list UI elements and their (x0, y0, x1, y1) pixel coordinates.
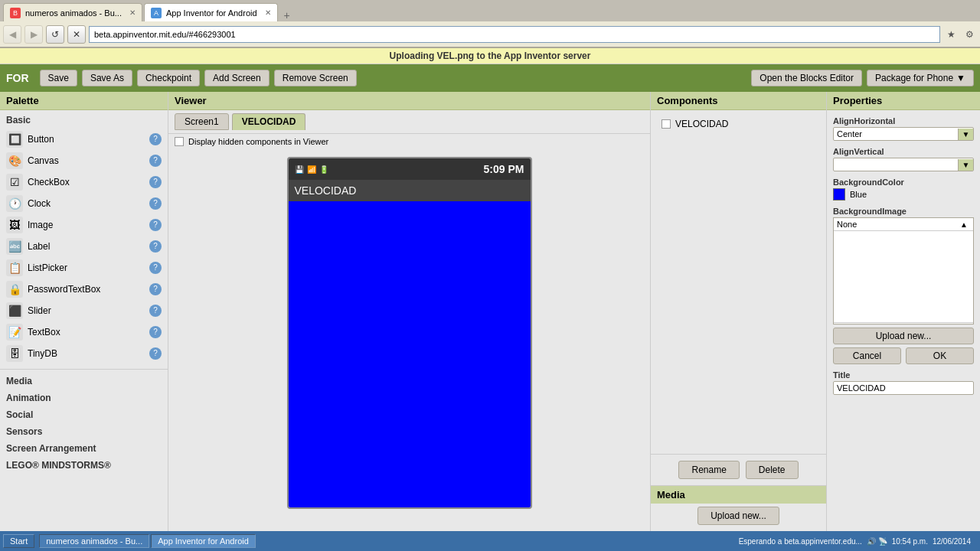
stop-button[interactable]: ✕ (67, 25, 86, 44)
palette-item-clock[interactable]: 🕐 Clock ? (0, 193, 168, 214)
phone-frame: 💾 📶 🔋 5:09 PM VELOCIDAD (287, 157, 532, 509)
button-help[interactable]: ? (149, 133, 162, 145)
rename-button[interactable]: Rename (678, 461, 739, 479)
tab1-label: numeros animados - Bu... (25, 8, 122, 18)
align-vertical-value (834, 158, 958, 171)
viewer-header: Viewer (168, 92, 650, 110)
tools-icon[interactable]: ⚙ (962, 27, 977, 42)
image-icon: 🖼 (6, 217, 23, 233)
address-bar[interactable]: beta.appinventor.mit.edu/#466293001 (89, 26, 940, 43)
clock-help[interactable]: ? (149, 197, 162, 210)
taskbar-tray: Esperando a beta.appinventor.edu... 🔊 📡 … (733, 537, 977, 546)
label-help[interactable]: ? (149, 240, 162, 253)
ok-button[interactable]: OK (906, 347, 974, 364)
palette-item-tinydb[interactable]: 🗄 TinyDB ? (0, 343, 168, 364)
palette-item-canvas[interactable]: 🎨 Canvas ? (0, 150, 168, 171)
cancel-button[interactable]: Cancel (833, 347, 901, 364)
refresh-button[interactable]: ↺ (46, 25, 64, 44)
component-checkbox[interactable] (662, 119, 671, 129)
forward-button[interactable]: ▶ (24, 25, 43, 44)
component-velocidad[interactable]: VELOCIDAD (657, 116, 820, 132)
save-as-button[interactable]: Save As (82, 70, 132, 86)
title-input-container (833, 381, 974, 395)
tab-screen1[interactable]: Screen1 (175, 113, 229, 130)
palette-item-label[interactable]: 🔤 Label ? (0, 236, 168, 257)
taskbar-item-2[interactable]: App Inventor for Android (151, 534, 256, 548)
start-button[interactable]: Start (3, 534, 34, 548)
background-image-value: None (837, 220, 958, 229)
background-image-label: BackgroundImage (833, 207, 974, 216)
tab2-close[interactable]: ✕ (265, 8, 271, 17)
background-image-box: None ▲ ▼ (833, 217, 974, 324)
back-button[interactable]: ◀ (3, 25, 21, 44)
title-input[interactable] (833, 381, 974, 395)
taskbar-icons: 🔊 📡 (867, 537, 887, 546)
remove-screen-button[interactable]: Remove Screen (274, 70, 357, 86)
slider-help[interactable]: ? (149, 305, 162, 317)
canvas-icon: 🎨 (6, 152, 23, 169)
listpicker-label: ListPicker (28, 262, 145, 273)
tab-velocidad[interactable]: VELOCIDAD (232, 113, 306, 130)
blocks-editor-button[interactable]: Open the Blocks Editor (751, 70, 862, 86)
properties-header: Properties (827, 92, 980, 110)
palette-item-passwordtextbox[interactable]: 🔒 PasswordTextBox ? (0, 279, 168, 300)
palette-media-header[interactable]: Media (0, 373, 168, 390)
passwordtextbox-help[interactable]: ? (149, 283, 162, 295)
image-help[interactable]: ? (149, 219, 162, 231)
media-upload-new-button[interactable]: Upload new... (697, 507, 779, 525)
hidden-components-checkbox[interactable] (175, 137, 184, 146)
button-icon: 🔲 (6, 131, 23, 148)
palette-item-button[interactable]: 🔲 Button ? (0, 129, 168, 150)
battery-icon: 🔋 (319, 165, 328, 174)
palette-animation-header[interactable]: Animation (0, 390, 168, 406)
palette-sensors-header[interactable]: Sensors (0, 423, 168, 440)
checkpoint-button[interactable]: Checkpoint (137, 70, 200, 86)
listpicker-help[interactable]: ? (149, 262, 162, 274)
palette-basic-header[interactable]: Basic (0, 112, 168, 129)
package-phone-button[interactable]: Package for Phone ▼ (867, 70, 974, 86)
label-icon: 🔤 (6, 238, 23, 255)
save-button[interactable]: Save (40, 70, 77, 86)
background-color-control[interactable]: Blue (833, 188, 974, 201)
hidden-components-label: Display hidden components in Viewer (188, 137, 328, 146)
new-tab-button[interactable]: + (279, 9, 295, 21)
align-horizontal-arrow[interactable]: ▼ (958, 129, 973, 140)
passwordtextbox-label: PasswordTextBox (28, 284, 145, 295)
align-vertical-arrow[interactable]: ▼ (958, 159, 973, 171)
textbox-label: TextBox (28, 327, 145, 337)
components-actions: Rename Delete (651, 454, 826, 485)
taskbar-item-1[interactable]: numeros animados - Bu... (39, 534, 149, 548)
canvas-help[interactable]: ? (149, 155, 162, 167)
palette-item-slider[interactable]: ⬛ Slider ? (0, 300, 168, 321)
components-content: VELOCIDAD (651, 110, 826, 454)
taskbar-time: 10:54 p.m. (892, 537, 928, 546)
tab1-close[interactable]: ✕ (129, 8, 136, 17)
background-image-scroll-up[interactable]: ▲ (958, 220, 970, 229)
upload-new-button[interactable]: Upload new... (833, 328, 974, 344)
tinydb-help[interactable]: ? (149, 347, 162, 360)
browser-tab-2[interactable]: A App Inventor for Android ✕ (144, 3, 278, 21)
palette-item-image[interactable]: 🖼 Image ? (0, 214, 168, 236)
palette-screenarrangement-header[interactable]: Screen Arrangement (0, 440, 168, 457)
image-label: Image (28, 220, 145, 230)
delete-button[interactable]: Delete (746, 461, 799, 479)
browser-tab-1[interactable]: B numeros animados - Bu... ✕ (3, 3, 142, 21)
palette-item-textbox[interactable]: 📝 TextBox ? (0, 321, 168, 343)
align-horizontal-control[interactable]: Center ▼ (833, 127, 974, 141)
signal-icon: 📶 (307, 165, 316, 174)
app-toolbar: FOR Save Save As Checkpoint Add Screen R… (0, 64, 980, 92)
checkbox-help[interactable]: ? (149, 176, 162, 188)
textbox-help[interactable]: ? (149, 326, 162, 338)
palette-item-listpicker[interactable]: 📋 ListPicker ? (0, 257, 168, 279)
add-screen-button[interactable]: Add Screen (204, 70, 270, 86)
checkbox-label: CheckBox (28, 177, 145, 187)
phone-container: 💾 📶 🔋 5:09 PM VELOCIDAD (168, 149, 650, 531)
palette-social-header[interactable]: Social (0, 406, 168, 423)
listpicker-icon: 📋 (6, 259, 23, 276)
palette-lego-header[interactable]: LEGO® MINDSTORMS® (0, 457, 168, 474)
palette-item-checkbox[interactable]: ☑ CheckBox ? (0, 171, 168, 193)
align-vertical-control[interactable]: ▼ (833, 158, 974, 171)
bookmark-icon[interactable]: ★ (943, 27, 959, 42)
align-horizontal-value: Center (834, 128, 958, 140)
taskbar-status: Esperando a beta.appinventor.edu... (739, 537, 862, 546)
